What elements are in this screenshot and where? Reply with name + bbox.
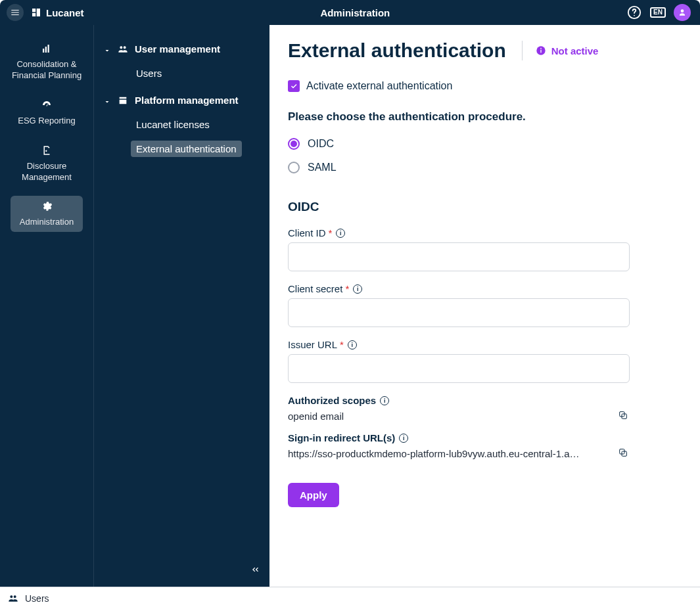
users-icon xyxy=(118,44,128,55)
issuer-url-label: Issuer URL * i xyxy=(288,339,630,350)
info-icon[interactable]: i xyxy=(399,434,408,443)
content-area: External authentication Not active Activ… xyxy=(269,25,700,587)
check-icon xyxy=(290,82,298,90)
client-id-input[interactable] xyxy=(288,242,630,271)
radio-saml[interactable]: SAML xyxy=(288,162,682,173)
nav-group-user-management[interactable]: User management xyxy=(94,37,269,61)
language-badge[interactable]: EN xyxy=(650,7,666,18)
secondary-nav: User management Users Platform managemen… xyxy=(93,25,269,587)
rail-item-administration[interactable]: Administration xyxy=(11,196,83,232)
nav-sub-lucanet-licenses[interactable]: Lucanet licenses xyxy=(94,112,269,137)
radio-oidc[interactable]: OIDC xyxy=(288,138,682,150)
client-secret-label: Client secret * i xyxy=(288,283,630,294)
page-title: External authentication xyxy=(288,39,506,62)
scopes-label: Authorized scopes i xyxy=(288,395,630,406)
nav-group-platform-management[interactable]: Platform management xyxy=(94,88,269,112)
nav-sub-external-authentication[interactable]: External authentication xyxy=(94,137,269,161)
settings-icon xyxy=(118,95,128,106)
breadcrumb: Users xyxy=(0,587,700,609)
info-icon[interactable]: i xyxy=(336,229,345,238)
user-avatar[interactable] xyxy=(674,4,691,21)
activate-checkbox[interactable] xyxy=(288,80,300,92)
auth-prompt: Please choose the authentication procedu… xyxy=(288,110,682,124)
status-badge: Not active xyxy=(522,41,599,60)
redirect-value: https://sso-productkmdemo-platform-lub9v… xyxy=(288,448,610,459)
chevron-down-icon xyxy=(103,97,111,104)
users-icon xyxy=(8,593,18,604)
nav-sub-users[interactable]: Users xyxy=(94,61,269,85)
collapse-nav-icon[interactable] xyxy=(250,564,260,577)
apply-button[interactable]: Apply xyxy=(288,483,339,507)
info-icon[interactable]: i xyxy=(380,396,389,405)
info-icon xyxy=(536,45,546,56)
rail-item-consolidation[interactable]: Consolidation & Financial Planning xyxy=(11,38,83,85)
gear-icon xyxy=(40,200,53,213)
header-title: Administration xyxy=(84,7,627,18)
bar-chart-icon xyxy=(40,42,53,55)
client-secret-input[interactable] xyxy=(288,298,630,327)
copy-icon[interactable] xyxy=(618,447,630,459)
client-id-label: Client ID * i xyxy=(288,227,630,238)
brand-logo: Lucanet xyxy=(30,7,84,18)
section-oidc-title: OIDC xyxy=(288,200,682,214)
gauge-icon xyxy=(40,99,53,112)
issuer-url-input[interactable] xyxy=(288,354,630,383)
primary-rail: Consolidation & Financial Planning ESG R… xyxy=(0,25,93,587)
chevron-down-icon xyxy=(103,45,111,53)
svg-point-1 xyxy=(634,15,635,16)
svg-point-4 xyxy=(540,48,542,49)
copy-icon[interactable] xyxy=(618,410,630,422)
rail-item-disclosure[interactable]: Disclosure Management xyxy=(11,140,83,187)
info-icon[interactable]: i xyxy=(348,340,357,350)
rail-item-esg[interactable]: ESG Reporting xyxy=(11,95,83,131)
brand-name: Lucanet xyxy=(46,7,84,18)
topbar: Lucanet Administration EN xyxy=(0,0,700,25)
breadcrumb-label[interactable]: Users xyxy=(25,593,49,604)
document-icon xyxy=(40,144,53,157)
activate-label: Activate external authentication xyxy=(306,80,452,92)
help-icon[interactable] xyxy=(626,5,642,20)
scopes-value: openid email xyxy=(288,411,610,422)
radio-icon xyxy=(288,162,300,173)
menu-toggle[interactable] xyxy=(7,4,24,21)
redirect-label: Sign-in redirect URL(s) i xyxy=(288,432,630,443)
radio-icon xyxy=(288,138,300,150)
info-icon[interactable]: i xyxy=(353,284,362,294)
svg-rect-3 xyxy=(540,50,541,53)
